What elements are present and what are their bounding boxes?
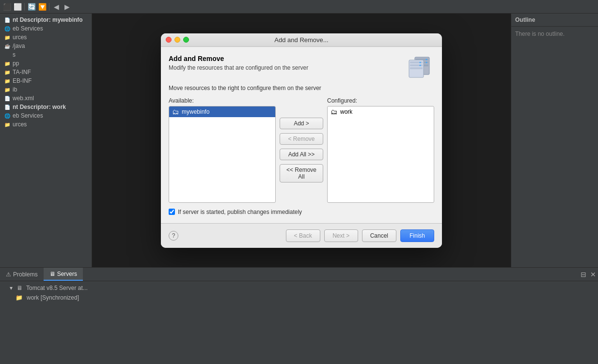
publish-checkbox-label: If server is started, publish changes im…: [178, 209, 302, 215]
remove-button[interactable]: < Remove: [280, 133, 323, 145]
sources-icon-1: 📁: [4, 35, 11, 40]
remove-all-button[interactable]: << Remove All: [280, 164, 323, 182]
traffic-light-minimize[interactable]: [174, 37, 180, 43]
right-panel-header: Outline: [511, 14, 598, 27]
tree-item-meta-inf[interactable]: 📁 TA-INF: [0, 68, 92, 76]
right-panel-body: There is no outline.: [511, 27, 598, 41]
web-inf-icon: 📁: [4, 78, 11, 84]
dialog-header-icon: [405, 55, 434, 79]
publish-checkbox-area: If server is started, publish changes im…: [169, 209, 434, 215]
available-label: Available:: [169, 97, 276, 104]
dialog-overlay: Add and Remove... Add and Remove Modify …: [92, 14, 511, 267]
configured-label: Configured:: [327, 97, 434, 104]
add-all-button[interactable]: Add All >>: [280, 149, 323, 160]
dialog-instruction: Move resources to the right to configure…: [169, 85, 434, 91]
configured-list-section: Configured: 🗂 work: [327, 97, 434, 203]
publish-checkbox[interactable]: [169, 209, 175, 215]
svg-point-10: [420, 61, 421, 63]
tab-servers[interactable]: 🖥 Servers: [44, 268, 83, 281]
dialog-title: Add and Remove...: [274, 36, 328, 44]
web-services-icon-1: 🌐: [4, 26, 11, 31]
configured-item-work[interactable]: 🗂 work: [328, 106, 434, 117]
action-buttons: Add > < Remove Add All >> << Remove All: [280, 97, 323, 203]
lib-icon: 📁: [4, 87, 11, 92]
server-expand-icon: ▾: [10, 285, 13, 291]
left-panel: 📄 nt Descriptor: mywebinfo 🌐 eb Services…: [0, 14, 92, 267]
toolbar-icon-filter[interactable]: 🔽: [37, 2, 47, 12]
tree-item-descriptor-mywebinfo[interactable]: 📄 nt Descriptor: mywebinfo: [0, 15, 92, 24]
tree-item-web-services-2[interactable]: 🌐 eb Services: [0, 111, 92, 120]
descriptor-work-icon: 📄: [4, 105, 11, 110]
server-item-work[interactable]: 📁 work [Synchronized]: [0, 293, 598, 303]
dialog-header-text: Add and Remove Modify the resources that…: [169, 55, 308, 71]
traffic-light-maximize[interactable]: [183, 37, 189, 43]
svg-rect-9: [410, 67, 423, 69]
servers-tab-icon: 🖥: [49, 271, 55, 277]
available-item-mywebinfo[interactable]: 🗂 mywebinfo: [169, 106, 275, 117]
svg-point-11: [420, 64, 421, 66]
toolbar-icon-forward[interactable]: ▶: [62, 2, 72, 12]
tree-item-pp[interactable]: 📁 pp: [0, 59, 92, 68]
editor-area: Add and Remove... Add and Remove Modify …: [92, 14, 511, 267]
dialog: Add and Remove... Add and Remove Modify …: [161, 33, 442, 248]
bottom-panel-close-icon[interactable]: ✕: [588, 270, 598, 279]
work-icon: 🗂: [330, 108, 337, 116]
dialog-header-section: Add and Remove Modify the resources that…: [169, 55, 434, 79]
toolbar-icon-refresh[interactable]: 🔄: [27, 2, 36, 12]
footer-right: < Back Next > Cancel Finish: [286, 229, 434, 242]
problems-tab-icon: ⚠: [6, 271, 11, 278]
tree-item-descriptor-work[interactable]: 📄 nt Descriptor: work: [0, 103, 92, 111]
footer-left: ?: [169, 231, 178, 241]
server-icon: 🖥: [16, 285, 22, 291]
web-xml-icon: 📄: [4, 96, 11, 101]
add-button[interactable]: Add >: [280, 118, 323, 129]
back-button[interactable]: < Back: [286, 229, 320, 242]
tree-item-java-1[interactable]: ☕ /java: [0, 42, 92, 50]
help-icon[interactable]: ?: [169, 231, 178, 241]
dialog-header-subtitle: Modify the resources that are configured…: [169, 64, 308, 71]
available-list-box[interactable]: 🗂 mywebinfo: [169, 106, 276, 203]
dialog-header-title: Add and Remove: [169, 55, 308, 62]
mywebinfo-icon: 🗂: [172, 108, 179, 116]
tree-item-lib[interactable]: 📁 ib: [0, 85, 92, 94]
toolbar-separator-2: [49, 3, 49, 11]
main-area: 📄 nt Descriptor: mywebinfo 🌐 eb Services…: [0, 14, 598, 267]
server-item-tomcat[interactable]: ▾ 🖥 Tomcat v8.5 Server at...: [0, 283, 598, 293]
tree-item-s[interactable]: s: [0, 50, 92, 59]
dialog-footer: ? < Back Next > Cancel Finish: [161, 223, 442, 248]
pp-icon: 📁: [4, 61, 11, 66]
bottom-content: ▾ 🖥 Tomcat v8.5 Server at... 📁 work [Syn…: [0, 281, 598, 364]
lists-area: Available: 🗂 mywebinfo Add > <: [169, 97, 434, 203]
tab-problems[interactable]: ⚠ Problems: [0, 268, 44, 281]
meta-inf-icon: 📁: [4, 70, 11, 75]
tree-item-web-inf[interactable]: 📁 EB-INF: [0, 76, 92, 85]
toolbar-icon-back[interactable]: ◀: [51, 2, 61, 12]
toolbar-icon-new[interactable]: ⬛: [2, 2, 12, 12]
tree-item-sources-1[interactable]: 📁 urces: [0, 33, 92, 42]
descriptor-icon: 📄: [4, 17, 11, 23]
right-panel: Outline There is no outline.: [511, 14, 598, 267]
tree-item-sources-2[interactable]: 📁 urces: [0, 120, 92, 129]
bottom-tabs: ⚠ Problems 🖥 Servers ⊟ ✕: [0, 268, 598, 281]
dialog-traffic-lights: [166, 37, 189, 43]
toolbar-icon-open[interactable]: ⬜: [13, 2, 22, 12]
bottom-panel-minimize-icon[interactable]: ⊟: [579, 270, 588, 279]
top-toolbar: ⬛ ⬜ 🔄 🔽 ◀ ▶: [0, 0, 598, 14]
toolbar-separator-1: [24, 3, 25, 11]
work-project-icon: 📁: [16, 294, 23, 301]
cancel-button[interactable]: Cancel: [362, 229, 396, 242]
configured-list-box[interactable]: 🗂 work: [327, 106, 434, 203]
tree-item-web-services-1[interactable]: 🌐 eb Services: [0, 24, 92, 33]
java-icon-1: ☕: [4, 44, 11, 49]
bottom-panel: ⚠ Problems 🖥 Servers ⊟ ✕ ▾ 🖥 Tomcat v8.5…: [0, 267, 598, 364]
dialog-body: Add and Remove Modify the resources that…: [161, 47, 442, 223]
available-list-section: Available: 🗂 mywebinfo: [169, 97, 276, 203]
traffic-light-close[interactable]: [166, 37, 172, 43]
svg-point-4: [426, 59, 427, 60]
finish-button[interactable]: Finish: [400, 229, 434, 242]
sources-icon-2: 📁: [4, 122, 11, 127]
next-button[interactable]: Next >: [324, 229, 358, 242]
svg-point-5: [426, 61, 427, 63]
tree-item-web-xml[interactable]: 📄 web.xml: [0, 94, 92, 103]
dialog-titlebar: Add and Remove...: [161, 33, 442, 47]
